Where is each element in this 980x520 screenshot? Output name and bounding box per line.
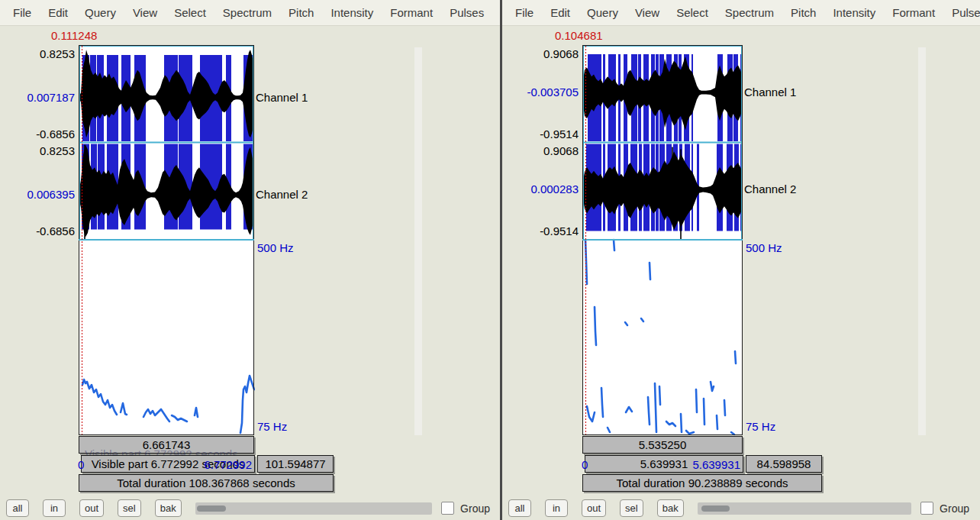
cursor-time-label: 0.111248	[51, 29, 97, 42]
visible-end-time: 5.639931	[685, 458, 740, 471]
background-strip	[918, 47, 926, 435]
pitch-min-label: 75 Hz	[746, 420, 775, 433]
menu-formant[interactable]: Formant	[884, 0, 943, 25]
group-label: Group	[940, 502, 969, 515]
menu-pitch[interactable]: Pitch	[280, 0, 322, 25]
menubar: FileEditQueryViewSelectSpectrumPitchInte…	[0, 0, 501, 26]
visible-end-time: 6.772992	[197, 458, 252, 471]
menu-formant[interactable]: Formant	[382, 0, 441, 25]
menu-pitch[interactable]: Pitch	[782, 0, 824, 25]
play-total-duration-bar[interactable]: Total duration 90.238889 seconds	[582, 474, 822, 492]
menu-edit[interactable]: Edit	[40, 0, 76, 25]
editor-window-2: FileEditQueryViewSelectSpectrumPitchInte…	[502, 0, 980, 520]
group-checkbox[interactable]	[920, 502, 933, 515]
channel-label-2: Channel 2	[256, 188, 308, 201]
amp-cursor-ch2: 0.000283	[505, 182, 579, 195]
menu-select[interactable]: Select	[668, 0, 717, 25]
pitch-min-label: 75 Hz	[257, 420, 287, 433]
group-checkbox[interactable]	[441, 502, 454, 515]
play-cursor-to-end-bar[interactable]: 5.535250	[582, 436, 743, 454]
amp-max-ch2: 0.8253	[2, 144, 75, 157]
play-after-visible-bar[interactable]: 84.598958	[746, 455, 822, 473]
play-after-visible-bar[interactable]: 101.594877	[257, 455, 334, 473]
menu-edit[interactable]: Edit	[542, 0, 579, 25]
menu-intensity[interactable]: Intensity	[322, 0, 382, 25]
bottom-toolbar: allinoutselbakGroup	[0, 496, 501, 520]
channel-label-1: Channel 1	[256, 91, 308, 104]
menu-select[interactable]: Select	[166, 0, 214, 25]
zoom-out-button[interactable]: out	[79, 499, 104, 517]
channel-label-1: Channel 1	[744, 86, 796, 99]
window-divider	[500, 0, 502, 520]
amp-max-ch2: 0.9068	[505, 144, 579, 157]
amp-min-ch1: -0.9514	[505, 128, 579, 140]
cursor-time-label: 0.104681	[555, 29, 603, 42]
menu-view[interactable]: View	[627, 0, 668, 25]
menu-spectrum[interactable]: Spectrum	[214, 0, 280, 25]
group-label: Group	[460, 502, 490, 515]
amp-min-ch2: -0.6856	[2, 224, 75, 237]
background-strip	[414, 47, 422, 435]
bottom-toolbar: allinoutselbakGroup	[502, 496, 980, 520]
menu-query[interactable]: Query	[579, 0, 627, 25]
horizontal-scrollbar[interactable]	[195, 502, 432, 515]
menu-pulses[interactable]: Pulses	[441, 0, 492, 25]
amp-min-ch1: -0.6856	[2, 128, 75, 140]
menu-pulses[interactable]: Pulses	[943, 0, 980, 25]
amp-cursor-ch2: 0.006395	[2, 188, 75, 201]
amp-max-ch1: 0.8253	[2, 47, 75, 60]
amp-cursor-ch1: -0.003705	[505, 86, 579, 99]
editor-window-1: FileEditQueryViewSelectSpectrumPitchInte…	[0, 0, 501, 520]
sound-pitch-panel[interactable]	[78, 44, 255, 436]
play-total-duration-bar[interactable]: Total duration 108.367868 seconds	[79, 474, 334, 492]
menu-intensity[interactable]: Intensity	[824, 0, 884, 25]
pitch-max-label: 500 Hz	[746, 241, 782, 254]
zoom-all-button[interactable]: all	[6, 499, 29, 517]
menu-file[interactable]: File	[5, 0, 40, 25]
channel-label-2: Channel 2	[744, 182, 796, 195]
zoom-in-button[interactable]: in	[545, 499, 568, 517]
amp-max-ch1: 0.9068	[505, 47, 579, 60]
zoom-sel-button[interactable]: sel	[620, 499, 643, 517]
zoom-bak-button[interactable]: bak	[155, 499, 182, 517]
zoom-all-button[interactable]: all	[508, 499, 531, 517]
amp-cursor-ch1: 0.007187	[2, 91, 75, 104]
menu-file[interactable]: File	[507, 0, 542, 25]
menu-query[interactable]: Query	[76, 0, 124, 25]
visible-start-time: 0	[582, 458, 588, 471]
zoom-out-button[interactable]: out	[582, 499, 606, 517]
scrollbar-thumb[interactable]	[701, 505, 730, 512]
menu-view[interactable]: View	[124, 0, 166, 25]
scrollbar-thumb[interactable]	[197, 505, 226, 512]
sound-pitch-panel[interactable]	[582, 44, 743, 436]
amp-min-ch2: -0.9514	[505, 224, 579, 237]
pitch-max-label: 500 Hz	[257, 241, 294, 254]
horizontal-scrollbar[interactable]	[698, 502, 911, 515]
menubar: FileEditQueryViewSelectSpectrumPitchInte…	[502, 0, 980, 26]
zoom-bak-button[interactable]: bak	[657, 499, 684, 517]
zoom-sel-button[interactable]: sel	[118, 499, 141, 517]
zoom-in-button[interactable]: in	[43, 499, 66, 517]
visible-start-time: 0	[78, 458, 84, 471]
menu-spectrum[interactable]: Spectrum	[717, 0, 782, 25]
